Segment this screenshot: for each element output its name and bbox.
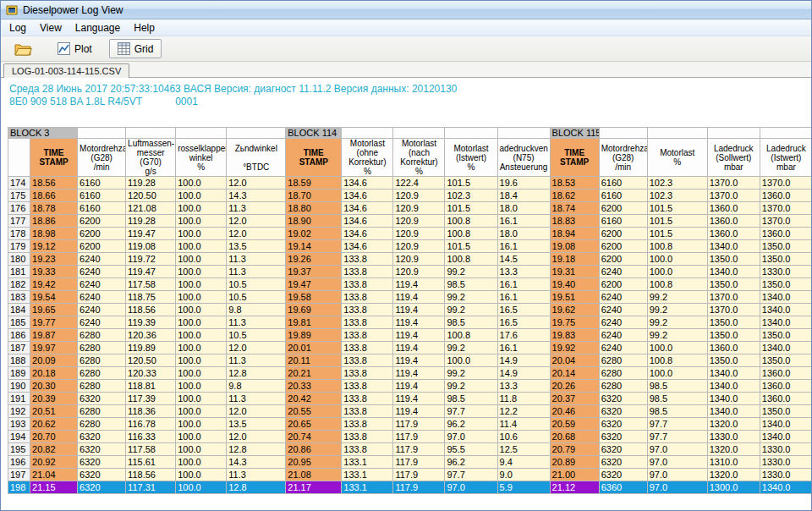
grid-cell[interactable]: 119.4	[393, 405, 445, 418]
grid-cell[interactable]: 120.50	[126, 190, 176, 202]
timestamp-cell[interactable]: 19.37	[286, 266, 342, 278]
grid-cell[interactable]: 6320	[599, 418, 647, 431]
grid-cell[interactable]: 1350.0	[760, 253, 811, 266]
grid-cell[interactable]: 11.3	[227, 316, 286, 329]
timestamp-cell[interactable]: 19.02	[286, 228, 342, 240]
grid-cell[interactable]: 1340.0	[760, 431, 811, 443]
grid-cell[interactable]: 6240	[599, 266, 647, 278]
row-number-cell[interactable]: 194	[8, 431, 30, 443]
grid-cell[interactable]: 100.0	[176, 215, 227, 228]
timestamp-cell[interactable]: 18.80	[286, 202, 342, 215]
table-row[interactable]: 18319.546240118.75100.010.519.58133.8119…	[8, 291, 812, 304]
grid-cell[interactable]: 16.1	[497, 278, 550, 291]
grid-cell[interactable]: 6240	[599, 291, 647, 304]
grid-cell[interactable]: 12.0	[227, 228, 286, 240]
grid-cell[interactable]: 1360.0	[760, 380, 811, 393]
grid-cell[interactable]: 99.2	[445, 380, 497, 393]
grid-cell[interactable]: 12.2	[497, 405, 550, 418]
grid-cell[interactable]: 6200	[599, 253, 647, 266]
grid-cell[interactable]: 99.2	[445, 304, 497, 316]
grid-cell[interactable]: 100.0	[647, 253, 707, 266]
grid-cell[interactable]: 9.0	[497, 469, 550, 481]
timestamp-cell[interactable]: 19.33	[30, 266, 78, 278]
grid-cell[interactable]: 100.0	[176, 177, 227, 190]
grid-cell[interactable]: 16.1	[497, 215, 550, 228]
grid-cell[interactable]: 97.0	[647, 469, 707, 481]
table-row[interactable]: 17618.786160121.08100.011.318.80134.6120…	[8, 202, 812, 215]
grid-cell[interactable]: 1370.0	[707, 291, 760, 304]
grid-cell[interactable]: 134.6	[342, 228, 393, 240]
timestamp-cell[interactable]: 21.08	[286, 469, 342, 481]
row-number-cell[interactable]: 198	[8, 481, 30, 494]
timestamp-cell[interactable]: 20.18	[30, 367, 78, 380]
grid-cell[interactable]: 97.7	[445, 405, 497, 418]
grid-cell[interactable]: 17.6	[497, 329, 550, 342]
menu-item-log[interactable]: Log	[3, 20, 33, 36]
grid-cell[interactable]: 119.47	[126, 228, 176, 240]
grid-cell[interactable]: 120.33	[126, 367, 176, 380]
timestamp-cell[interactable]: 21.04	[30, 469, 78, 481]
grid-cell[interactable]: 1360.0	[760, 393, 811, 405]
grid-cell[interactable]: 6280	[78, 354, 126, 367]
timestamp-cell[interactable]: 19.89	[286, 329, 342, 342]
grid-cell[interactable]: 100.0	[647, 367, 707, 380]
grid-cell[interactable]: 117.9	[393, 443, 445, 456]
grid-cell[interactable]: 6240	[599, 316, 647, 329]
timestamp-cell[interactable]: 19.31	[550, 266, 599, 278]
row-number-cell[interactable]: 184	[8, 304, 30, 316]
grid-cell[interactable]: 1360.0	[707, 202, 760, 215]
timestamp-cell[interactable]: 19.51	[550, 291, 599, 304]
grid-cell[interactable]: 12.0	[227, 177, 286, 190]
row-number-cell[interactable]: 197	[8, 469, 30, 481]
grid-cell[interactable]: 119.4	[393, 393, 445, 405]
grid-cell[interactable]: 6240	[78, 316, 126, 329]
timestamp-cell[interactable]: 19.65	[30, 304, 78, 316]
menu-item-language[interactable]: Language	[69, 20, 127, 36]
timestamp-cell[interactable]: 20.26	[550, 380, 599, 393]
grid-cell[interactable]: 100.0	[176, 278, 227, 291]
grid-cell[interactable]: 1300.0	[707, 481, 760, 494]
grid-cell[interactable]: 100.8	[647, 278, 707, 291]
grid-cell[interactable]: 12.8	[227, 367, 286, 380]
grid-cell[interactable]: 98.5	[445, 393, 497, 405]
grid-cell[interactable]: 100.0	[176, 342, 227, 354]
menu-item-help[interactable]: Help	[127, 20, 162, 36]
grid-cell[interactable]: 117.58	[126, 278, 176, 291]
grid-cell[interactable]: 119.89	[126, 342, 176, 354]
grid-cell[interactable]: 97.0	[647, 443, 707, 456]
grid-cell[interactable]: 99.2	[445, 367, 497, 380]
timestamp-cell[interactable]: 20.70	[30, 431, 78, 443]
table-row[interactable]: 19320.626280116.78100.013.520.65133.8117…	[8, 418, 812, 431]
grid-cell[interactable]: 1360.0	[760, 228, 811, 240]
grid-cell[interactable]: 6200	[78, 228, 126, 240]
grid-cell[interactable]: 117.39	[126, 393, 176, 405]
grid-cell[interactable]: 96.2	[445, 456, 497, 469]
grid-cell[interactable]: 1350.0	[707, 278, 760, 291]
grid-cell[interactable]: 96.2	[445, 418, 497, 431]
timestamp-cell[interactable]: 20.82	[30, 443, 78, 456]
grid-cell[interactable]: 133.8	[342, 367, 393, 380]
grid-cell[interactable]: 6320	[599, 456, 647, 469]
grid-cell[interactable]: 1340.0	[760, 304, 811, 316]
grid-cell[interactable]: 6160	[78, 177, 126, 190]
grid-cell[interactable]: 6240	[78, 291, 126, 304]
grid-cell[interactable]: 102.3	[647, 190, 707, 202]
grid-cell[interactable]: 18.0	[497, 202, 550, 215]
grid-cell[interactable]: 100.0	[176, 481, 227, 494]
grid-cell[interactable]: 133.1	[342, 481, 393, 494]
row-number-cell[interactable]: 185	[8, 316, 30, 329]
grid-cell[interactable]: 16.1	[497, 240, 550, 253]
grid-cell[interactable]: 119.39	[126, 316, 176, 329]
grid-cell[interactable]: 13.3	[497, 380, 550, 393]
row-number-cell[interactable]: 187	[8, 342, 30, 354]
grid-cell[interactable]: 117.9	[393, 456, 445, 469]
table-row-selected[interactable]: 19821.156320117.31100.012.821.17133.1117…	[8, 481, 812, 494]
timestamp-cell[interactable]: 20.74	[286, 431, 342, 443]
timestamp-cell[interactable]: 20.89	[550, 456, 599, 469]
grid-cell[interactable]: 6240	[599, 342, 647, 354]
grid-cell[interactable]: 11.3	[227, 253, 286, 266]
grid-cell[interactable]: 120.9	[393, 228, 445, 240]
grid-cell[interactable]: 11.3	[227, 266, 286, 278]
grid-cell[interactable]: 1370.0	[707, 304, 760, 316]
timestamp-cell[interactable]: 18.94	[550, 228, 599, 240]
